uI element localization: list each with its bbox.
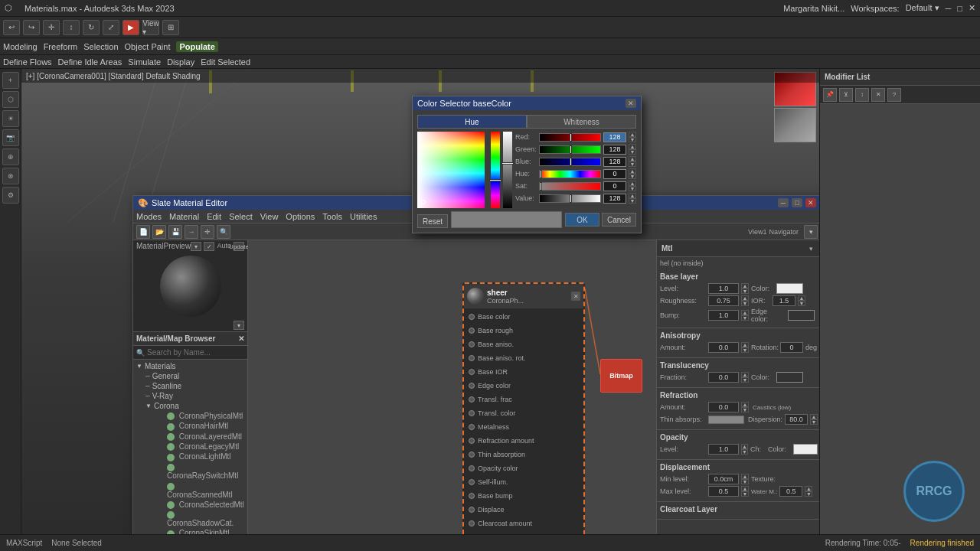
refraction-spinner[interactable]: ▲ ▼	[741, 402, 749, 412]
scale-btn[interactable]: ⤢	[103, 20, 119, 35]
green-spinner[interactable]: ▲ ▼	[629, 144, 636, 155]
slot-opacity-color[interactable]: Opacity color	[464, 461, 583, 475]
color-tab-whiteness[interactable]: Whiteness	[527, 115, 636, 129]
fraction-spinner[interactable]: ▲ ▼	[741, 372, 749, 383]
tree-item-coronahair[interactable]: CoronaHairMtl	[152, 421, 246, 431]
roughness-input[interactable]	[708, 295, 739, 306]
value-up[interactable]: ▲	[629, 193, 636, 198]
sat-input[interactable]	[603, 181, 626, 191]
ior-spinner[interactable]: ▲ ▼	[798, 295, 805, 306]
sme-select-btn[interactable]: →	[185, 225, 198, 239]
sme-menu-select[interactable]: Select	[229, 212, 253, 221]
hue-up[interactable]: ▲	[629, 168, 636, 174]
value-input[interactable]	[603, 194, 626, 204]
color-tab-hue[interactable]: Hue	[417, 115, 527, 129]
slot-transl-frac[interactable]: Transl. frac	[464, 393, 583, 406]
sme-node-editor[interactable]: sheer CoronaPh... ✕ Base color	[248, 240, 656, 551]
light-icon[interactable]: ☀	[2, 110, 19, 127]
preview-update-btn[interactable]: Update	[234, 242, 244, 251]
reset-btn[interactable]: Reset	[417, 214, 448, 228]
sat-down[interactable]: ▼	[629, 186, 636, 191]
red-up[interactable]: ▲	[629, 132, 636, 137]
search-input[interactable]	[147, 348, 244, 357]
level-spinner[interactable]: ▲ ▼	[741, 283, 749, 294]
sat-slider[interactable]	[539, 182, 601, 191]
helper-icon[interactable]: ⊕	[2, 148, 19, 165]
transl-color-swatch[interactable]	[776, 372, 803, 383]
slot-base-rough[interactable]: Base rough	[464, 324, 583, 337]
spinner-up[interactable]: ▲	[741, 444, 748, 449]
slot-clearcoat-amount[interactable]: Clearcoat amount	[464, 517, 583, 530]
props-dropdown-btn[interactable]: ▾	[805, 243, 816, 254]
redo-btn[interactable]: ↪	[23, 20, 40, 35]
blue-up[interactable]: ▲	[629, 156, 636, 161]
value-spinner[interactable]: ▲ ▼	[629, 193, 636, 204]
render-btn[interactable]: ▶	[122, 20, 139, 35]
tree-corona-header[interactable]: ▼ Corona	[144, 401, 246, 411]
color-2d-gradient[interactable]	[417, 132, 485, 208]
snap-btn[interactable]: ⊞	[162, 20, 179, 35]
min-level-input[interactable]	[708, 474, 739, 484]
roughness-spinner[interactable]: ▲ ▼	[741, 295, 749, 306]
preview-menu-btn[interactable]: ▾	[191, 242, 201, 251]
spinner-up[interactable]: ▲	[741, 310, 749, 315]
edge-color-swatch[interactable]	[788, 310, 815, 321]
camera-icon[interactable]: 📷	[2, 129, 19, 146]
preview-check-btn[interactable]: ✓	[204, 242, 214, 251]
base-color-swatch[interactable]	[776, 283, 803, 294]
water-spinner[interactable]: ▲ ▼	[805, 486, 812, 497]
hue-input-slider[interactable]	[539, 170, 601, 178]
geo-icon[interactable]: ⬡	[2, 91, 19, 108]
green-up[interactable]: ▲	[629, 144, 636, 149]
spinner-up[interactable]: ▲	[741, 283, 749, 289]
ior-input[interactable]	[773, 295, 795, 306]
slot-base-bump[interactable]: Base bump	[464, 489, 583, 503]
sme-save-btn[interactable]: 💾	[168, 225, 182, 239]
red-spinner[interactable]: ▲ ▼	[629, 132, 636, 142]
bump-input[interactable]	[708, 310, 739, 321]
tree-general-header[interactable]: ─ General	[144, 371, 246, 381]
undo-btn[interactable]: ↩	[3, 20, 20, 35]
color-dialog-close-btn[interactable]: ✕	[626, 99, 636, 108]
sme-minimize-btn[interactable]: ─	[778, 198, 789, 207]
sme-menu-material[interactable]: Material	[169, 212, 199, 221]
hue-input[interactable]	[603, 169, 626, 179]
system-icon[interactable]: ⚙	[2, 187, 19, 204]
aniso-amount-input[interactable]	[708, 342, 739, 353]
workspace-dropdown[interactable]: Default ▾	[906, 3, 939, 13]
spinner-up[interactable]: ▲	[805, 486, 812, 491]
aniso-spinner[interactable]: ▲ ▼	[741, 342, 749, 353]
sme-menu-edit[interactable]: Edit	[207, 212, 221, 221]
rs-help-btn[interactable]: ?	[887, 88, 901, 102]
rs-funnel-btn[interactable]: ⊻	[839, 88, 853, 102]
slot-edge-color[interactable]: Edge color	[464, 379, 583, 393]
spinner-up[interactable]: ▲	[741, 372, 749, 377]
blue-spinner[interactable]: ▲ ▼	[629, 156, 636, 167]
blue-input[interactable]	[603, 157, 626, 167]
tab-populate[interactable]: Populate	[176, 41, 217, 52]
max-level-input[interactable]	[708, 486, 739, 497]
value-slider[interactable]	[539, 194, 601, 203]
tab-freeform[interactable]: Freeform	[44, 42, 78, 51]
bump-spinner[interactable]: ▲ ▼	[741, 310, 749, 321]
sat-spinner[interactable]: ▲ ▼	[629, 181, 636, 191]
rotate-btn[interactable]: ↻	[83, 20, 100, 35]
tree-vray-header[interactable]: ─ V-Ray	[144, 391, 246, 401]
spinner-up[interactable]: ▲	[798, 295, 805, 301]
spinner-down[interactable]: ▼	[741, 347, 749, 353]
opacity-color-swatch[interactable]	[793, 444, 818, 455]
green-input[interactable]	[603, 145, 626, 155]
spinner-down[interactable]: ▼	[741, 449, 748, 455]
sme-menu-modes[interactable]: Modes	[136, 212, 162, 221]
slot-displace[interactable]: Displace	[464, 503, 583, 517]
tree-item-coronalight[interactable]: CoronaLightMtl	[152, 452, 246, 461]
create-icon[interactable]: +	[2, 72, 19, 89]
tree-scanline-header[interactable]: ─ Scanline	[144, 381, 246, 391]
sme-restore-btn[interactable]: □	[792, 198, 802, 207]
red-down[interactable]: ▼	[629, 137, 636, 142]
tree-item-coronalegacy[interactable]: CoronaLegacyMtl	[152, 442, 246, 452]
slot-base-ior[interactable]: Base IOR	[464, 365, 583, 379]
node-close-btn[interactable]: ✕	[571, 292, 580, 301]
subtab-editselected[interactable]: Edit Selected	[201, 57, 250, 67]
refraction-amount-input[interactable]	[708, 402, 739, 412]
